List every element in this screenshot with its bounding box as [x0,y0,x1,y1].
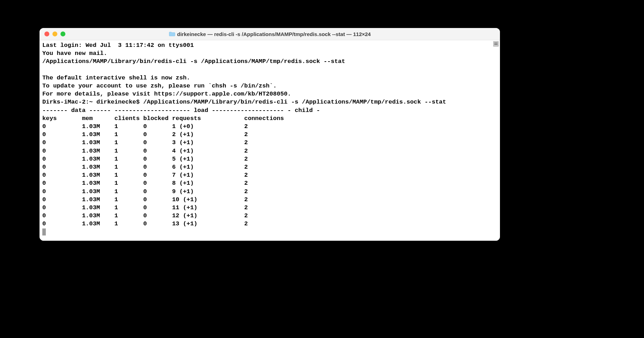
stat-row: 0 1.03M 1 0 4 (+1) 2 [42,148,287,154]
stat-header-row: keys mem clients blocked requests connec… [42,115,320,122]
zsh-notice-line-2: To update your account to use zsh, pleas… [42,83,277,89]
window-controls [40,31,65,36]
window-title: dirkeinecke — redis-cli -s /Applications… [177,31,371,37]
terminal-body[interactable]: Last login: Wed Jul 3 11:17:42 on ttys00… [40,40,500,241]
stat-row: 0 1.03M 1 0 3 (+1) 2 [42,139,287,146]
titlebar[interactable]: dirkeinecke — redis-cli -s /Applications… [40,28,500,40]
stat-row: 0 1.03M 1 0 5 (+1) 2 [42,156,287,162]
stat-row: 0 1.03M 1 0 13 (+1) 2 [42,220,287,227]
stat-row: 0 1.03M 1 0 11 (+1) 2 [42,204,287,211]
stat-row: 0 1.03M 1 0 8 (+1) 2 [42,180,287,186]
close-icon[interactable] [44,31,49,36]
folder-icon [169,31,175,36]
stat-row: 0 1.03M 1 0 9 (+1) 2 [42,188,287,195]
zsh-notice-line-1: The default interactive shell is now zsh… [42,75,190,81]
last-login-line: Last login: Wed Jul 3 11:17:42 on ttys00… [42,42,194,49]
terminal-window: dirkeinecke — redis-cli -s /Applications… [40,28,500,241]
stat-row: 0 1.03M 1 0 7 (+1) 2 [42,172,287,178]
prev-command-line: /Applications/MAMP/Library/bin/redis-cli… [42,58,345,65]
mail-notice-line: You have new mail. [42,50,107,57]
stat-row: 0 1.03M 1 0 2 (+1) 2 [42,131,287,138]
stat-row: 0 1.03M 1 0 10 (+1) 2 [42,196,287,203]
section-divider-line: ------- data ------ --------------------… [42,107,320,114]
fullscreen-icon[interactable] [60,31,65,36]
cursor-icon [42,228,46,235]
title-area: dirkeinecke — redis-cli -s /Applications… [40,31,500,37]
prompt-line: Dirks-iMac-2:~ dirkeinecke$ /Application… [42,99,446,105]
scroll-indicator-icon[interactable] [493,41,499,47]
zsh-notice-line-3: For more details, please visit https://s… [42,91,291,97]
stat-row: 0 1.03M 1 0 6 (+1) 2 [42,164,287,170]
terminal-output: Last login: Wed Jul 3 11:17:42 on ttys00… [42,41,497,236]
stat-row: 0 1.03M 1 0 12 (+1) 2 [42,212,287,219]
minimize-icon[interactable] [52,31,57,36]
stat-row: 0 1.03M 1 0 1 (+0) 2 [42,123,287,130]
